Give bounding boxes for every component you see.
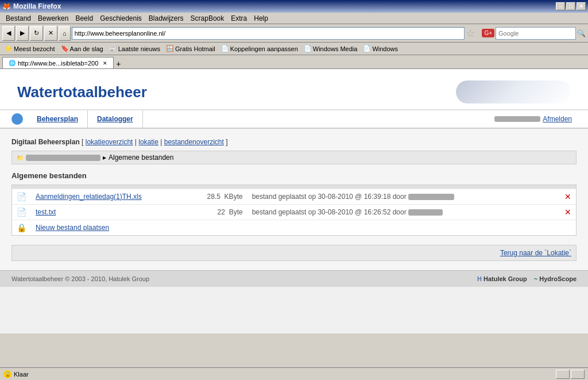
bookmark-koppelingen[interactable]: 📄 Koppelingen aanpassen (219, 44, 300, 53)
current-tab[interactable]: 🌐 http://www.be...isibletab=200 ✕ (2, 57, 114, 68)
window-title-area: 🦊 Mozilla Firefox (2, 2, 556, 10)
breadcrumb-prefix: Digitaal Beheersplan (11, 138, 80, 146)
tab-beheersplan[interactable]: Beheersplan (28, 110, 88, 128)
menu-extra[interactable]: Extra (227, 13, 250, 24)
home-button[interactable]: ⌂ (59, 26, 71, 41)
bookmark-laatste-nieuws[interactable]: 📰 Laatste nieuws (107, 44, 163, 53)
bookmark-meest-bezocht[interactable]: ⭐ Meest bezocht (2, 44, 57, 53)
files-table: 📄 Aanmeldingen_relatiedag(1)TH.xls 28.5 … (12, 185, 576, 235)
maximize-button[interactable]: □ (566, 2, 575, 10)
section-title: Algemene bestanden (11, 171, 577, 180)
file-2-size-cell: 22 Byte (202, 204, 247, 220)
minimize-button[interactable]: ─ (556, 2, 565, 10)
location-icon: 📁 (17, 155, 24, 161)
file-2-link[interactable]: test.txt (36, 208, 56, 216)
location-row: 📁 ▸ Algemene bestanden (11, 151, 577, 164)
table-row: 📄 test.txt 22 Byte bestand geplaatst op … (12, 204, 576, 220)
file-2-user-blurred (408, 209, 443, 216)
new-file-link[interactable]: Nieuw bestand plaatsen (36, 224, 109, 232)
breadcrumb-bestandenoverzicht[interactable]: bestandenoverzicht (164, 138, 224, 146)
tab-bar: 🌐 http://www.be...isibletab=200 ✕ + (0, 55, 588, 69)
bookmark-aan-de-slag[interactable]: 🔖 Aan de slag (59, 44, 106, 53)
breadcrumb-end: ] (226, 138, 227, 146)
windows-media-icon: 📄 (304, 45, 312, 52)
menu-scrapbook[interactable]: ScrapBook (187, 13, 228, 24)
breadcrumb-lokatie-overzicht[interactable]: lokatieoverzicht (86, 138, 133, 146)
window-titlebar: 🦊 Mozilla Firefox ─ □ ✕ (0, 0, 588, 13)
table-row: 📄 Aanmeldingen_relatiedag(1)TH.xls 28.5 … (12, 189, 576, 204)
file-1-link[interactable]: Aanmeldingen_relatiedag(1)TH.xls (36, 193, 142, 201)
hotmail-icon: 🪟 (166, 45, 174, 52)
file-2-info-text: bestand geplaatst op 30-08-2010 @ 16:26:… (252, 208, 407, 216)
file-1-info-text: bestand geplaatst op 30-08-2010 @ 16:39:… (252, 193, 407, 201)
nav-tab-icon (11, 113, 23, 125)
back-link-row: Terug naar de `Lokatie` (11, 245, 577, 261)
footer-logos: H Hatulek Group ~ HydroScope (477, 275, 577, 282)
windows-icon: 📄 (363, 45, 371, 52)
bookmark-icon-aan-de-slag: 🔖 (61, 45, 69, 52)
page-header-right (147, 80, 571, 103)
file-1-size: 28.5 KByte (207, 193, 243, 201)
bookmark-gratis-hotmail[interactable]: 🪟 Gratis Hotmail (164, 44, 218, 53)
file-2-size: 22 Byte (218, 208, 243, 216)
tab-close-button[interactable]: ✕ (103, 60, 107, 66)
table-row: 🔒 Nieuw bestand plaatsen (12, 220, 576, 235)
menu-bewerken[interactable]: Bewerken (34, 13, 72, 24)
address-bar[interactable] (72, 27, 465, 40)
breadcrumb-separator-1: [ (82, 138, 86, 146)
file-1-delete-button[interactable]: ✕ (564, 192, 571, 201)
file-2-info-cell: bestand geplaatst op 30-08-2010 @ 16:26:… (247, 204, 560, 220)
reload-button[interactable]: ↻ (30, 26, 43, 41)
tab-title: http://www.be...isibletab=200 (18, 60, 98, 67)
status-panel-1 (556, 370, 570, 379)
afmelden-decoration (494, 116, 540, 122)
window-title-text: Mozilla Firefox (13, 2, 61, 10)
location-current: Algemene bestanden (109, 153, 173, 162)
afmelden-area: Afmelden (143, 115, 577, 123)
page-footer: Watertotaalbeheer © 2003 - 2010, Hatulek… (0, 270, 588, 287)
menu-geschiedenis[interactable]: Geschiedenis (96, 13, 145, 24)
file-1-icon: 📄 (17, 192, 26, 201)
status-bar: 🔒 Klaar (0, 367, 588, 380)
header-decoration (456, 80, 571, 103)
file-1-size-cell: 28.5 KByte (202, 189, 247, 204)
file-2-icon-cell: 📄 (12, 204, 31, 220)
menu-help[interactable]: Help (250, 13, 272, 24)
star-bookmark-icon: ⭐ (5, 45, 13, 52)
rss-icon: 📰 (109, 45, 117, 52)
file-1-user-blurred (408, 194, 454, 200)
stop-button[interactable]: ✕ (44, 26, 57, 41)
forward-button[interactable]: ▶ (16, 26, 29, 41)
new-tab-button[interactable]: + (116, 59, 121, 68)
status-right (556, 370, 585, 379)
bookmark-windows[interactable]: 📄 Windows (361, 44, 400, 53)
menu-bladwijzers[interactable]: Bladwijzers (145, 13, 187, 24)
search-input[interactable] (496, 27, 576, 40)
star-icon[interactable]: ☆ (466, 27, 475, 40)
search-button[interactable]: 🔍 (577, 29, 586, 37)
breadcrumb-lokatie[interactable]: lokatie (138, 138, 158, 146)
back-button[interactable]: ◀ (2, 26, 15, 41)
tab-datalogger[interactable]: Datalogger (88, 110, 143, 128)
menu-bestand[interactable]: Bestand (2, 13, 34, 24)
file-2-name-cell: test.txt (31, 204, 202, 220)
files-table-wrapper: 📄 Aanmeldingen_relatiedag(1)TH.xls 28.5 … (11, 185, 577, 236)
hatulek-icon: H (477, 275, 482, 282)
menu-beeld[interactable]: Beeld (72, 13, 96, 24)
bookmark-windows-media[interactable]: 📄 Windows Media (301, 44, 360, 53)
page-header: Watertotaalbeheer (0, 69, 588, 110)
page-title: Watertotaalbeheer (17, 83, 147, 101)
location-arrow: ▸ (103, 153, 106, 162)
koppelingen-icon: 📄 (221, 45, 229, 52)
menubar: Bestand Bewerken Beeld Geschiedenis Blad… (0, 13, 588, 24)
new-file-icon: 🔒 (17, 223, 26, 232)
close-button[interactable]: ✕ (577, 2, 586, 10)
afmelden-link[interactable]: Afmelden (543, 115, 572, 123)
back-to-lokatie-link[interactable]: Terug naar de `Lokatie` (500, 249, 571, 257)
status-panel-2 (571, 370, 585, 379)
file-2-delete-button[interactable]: ✕ (564, 208, 571, 217)
firefox-icon: 🦊 (2, 2, 11, 10)
hydroscope-icon: ~ (534, 275, 537, 282)
file-1-info-cell: bestand geplaatst op 30-08-2010 @ 16:39:… (247, 189, 560, 204)
new-file-name-cell: Nieuw bestand plaatsen (31, 220, 560, 235)
